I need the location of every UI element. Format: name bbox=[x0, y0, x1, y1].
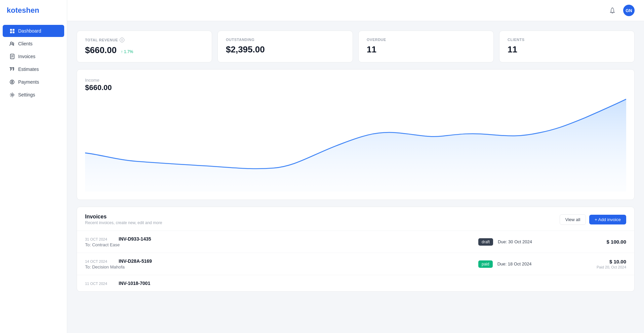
svg-rect-1 bbox=[12, 29, 14, 31]
status-badge-2: paid bbox=[478, 260, 493, 268]
invoice-middle-1: draft Due: 30 Oct 2024 bbox=[478, 238, 586, 246]
invoice-to-1: To: Contract Ease bbox=[85, 242, 478, 247]
invoice-date-1: 31 Oct 2024 bbox=[85, 237, 115, 241]
sidebar-item-estimates[interactable]: Estimates bbox=[3, 63, 64, 75]
svg-point-4 bbox=[10, 42, 12, 44]
income-chart-card: Income $660.00 bbox=[77, 69, 635, 200]
main-content: GN Total Revenue i $660.00 ↑ 1.7% Outsta… bbox=[67, 0, 644, 333]
add-invoice-button[interactable]: + Add invoice bbox=[589, 215, 626, 224]
invoices-header: Invoices Recent invoices, create new, ed… bbox=[77, 207, 634, 231]
dollar-icon bbox=[9, 79, 15, 85]
quote-icon bbox=[9, 67, 15, 72]
invoice-row-2: 14 Oct 2024 INV-D28A-5169 To: Decision M… bbox=[77, 253, 634, 275]
sidebar-payments-label: Payments bbox=[18, 79, 39, 85]
chart-value: $660.00 bbox=[85, 83, 626, 92]
stat-card-outstanding: Outstanding $2,395.00 bbox=[217, 31, 353, 63]
gear-icon bbox=[9, 92, 15, 97]
users-icon bbox=[9, 41, 15, 46]
invoice-date-3: 11 Oct 2024 bbox=[85, 282, 115, 286]
status-badge-1: draft bbox=[478, 238, 493, 246]
view-all-button[interactable]: View all bbox=[560, 214, 586, 225]
invoice-date-2: 14 Oct 2024 bbox=[85, 259, 115, 263]
sidebar-item-settings[interactable]: Settings bbox=[3, 89, 64, 101]
invoice-info-2: 14 Oct 2024 INV-D28A-5169 To: Decision M… bbox=[85, 258, 478, 269]
invoices-title: Invoices bbox=[85, 214, 162, 220]
sidebar: koteshen Dashboard Clients bbox=[0, 0, 67, 333]
file-icon bbox=[9, 54, 15, 59]
user-avatar[interactable]: GN bbox=[623, 5, 635, 16]
invoice-row: 31 Oct 2024 INV-D933-1435 To: Contract E… bbox=[77, 231, 634, 253]
stat-card-clients: Clients 11 bbox=[499, 31, 635, 63]
chart-area bbox=[85, 97, 626, 192]
invoice-info-1: 31 Oct 2024 INV-D933-1435 To: Contract E… bbox=[85, 236, 478, 247]
sidebar-item-payments[interactable]: Payments bbox=[3, 76, 64, 88]
due-date-1: Due: 30 Oct 2024 bbox=[498, 239, 532, 244]
invoice-info-3: 11 Oct 2024 INV-1018-7001 bbox=[85, 281, 626, 286]
sidebar-invoices-label: Invoices bbox=[18, 54, 35, 59]
sidebar-dashboard-label: Dashboard bbox=[18, 28, 41, 34]
invoice-to-2: To: Decision Mahofa bbox=[85, 264, 478, 269]
chart-label: Income bbox=[85, 78, 626, 83]
stat-card-total-revenue: Total Revenue i $660.00 ↑ 1.7% bbox=[77, 31, 212, 63]
sidebar-settings-label: Settings bbox=[18, 92, 35, 97]
invoice-middle-2: paid Due: 18 Oct 2024 bbox=[478, 260, 586, 268]
stat-value-total-revenue: $660.00 ↑ 1.7% bbox=[85, 45, 204, 55]
stat-value-clients: 11 bbox=[508, 44, 626, 55]
svg-rect-0 bbox=[10, 29, 12, 31]
sidebar-nav: Dashboard Clients Invoice bbox=[0, 21, 67, 333]
stat-value-outstanding: $2,395.00 bbox=[226, 44, 345, 55]
dashboard-content: Total Revenue i $660.00 ↑ 1.7% Outstandi… bbox=[67, 21, 644, 301]
invoice-id-2: INV-D28A-5169 bbox=[119, 258, 172, 264]
svg-rect-2 bbox=[10, 31, 12, 33]
stat-value-overdue: 11 bbox=[367, 44, 485, 55]
sidebar-item-dashboard[interactable]: Dashboard bbox=[3, 25, 64, 37]
sidebar-clients-label: Clients bbox=[18, 41, 33, 46]
notifications-bell[interactable] bbox=[607, 5, 618, 16]
invoice-paid-info-2: Paid 20, Oct 2024 bbox=[586, 265, 626, 269]
stat-card-overdue: Overdue 11 bbox=[358, 31, 494, 63]
info-icon[interactable]: i bbox=[120, 38, 124, 42]
stat-label-clients: Clients bbox=[508, 38, 626, 42]
invoice-amount-2: $ 10.00 bbox=[586, 259, 626, 264]
stats-row: Total Revenue i $660.00 ↑ 1.7% Outstandi… bbox=[77, 31, 635, 63]
sidebar-estimates-label: Estimates bbox=[18, 67, 39, 72]
svg-rect-3 bbox=[12, 31, 14, 33]
invoices-card: Invoices Recent invoices, create new, ed… bbox=[77, 207, 635, 292]
invoice-id-1: INV-D933-1435 bbox=[119, 236, 172, 242]
invoice-amount-1: $ 100.00 bbox=[586, 239, 626, 245]
due-date-2: Due: 18 Oct 2024 bbox=[497, 261, 532, 266]
invoices-header-text: Invoices Recent invoices, create new, ed… bbox=[85, 214, 162, 225]
invoices-actions: View all + Add invoice bbox=[560, 214, 626, 225]
topbar: GN bbox=[67, 0, 644, 21]
app-logo: koteshen bbox=[0, 0, 67, 21]
stat-label-overdue: Overdue bbox=[367, 38, 485, 42]
invoice-id-3: INV-1018-7001 bbox=[119, 281, 172, 286]
svg-point-10 bbox=[11, 94, 13, 96]
grid-icon bbox=[9, 28, 15, 34]
sidebar-item-clients[interactable]: Clients bbox=[3, 38, 64, 50]
stat-label-total-revenue: Total Revenue i bbox=[85, 38, 204, 42]
invoice-right-2: $ 10.00 Paid 20, Oct 2024 bbox=[586, 259, 626, 269]
invoices-subtitle: Recent invoices, create new, edit and mo… bbox=[85, 220, 162, 225]
stat-trend: ↑ 1.7% bbox=[121, 49, 133, 54]
invoice-row-3: 11 Oct 2024 INV-1018-7001 bbox=[77, 275, 634, 291]
sidebar-item-invoices[interactable]: Invoices bbox=[3, 50, 64, 63]
stat-label-outstanding: Outstanding bbox=[226, 38, 345, 42]
invoice-right-1: $ 100.00 bbox=[586, 239, 626, 245]
